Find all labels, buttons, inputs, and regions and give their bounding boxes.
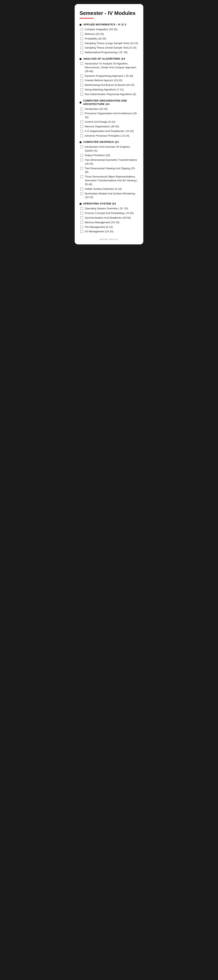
section-computer-org: COMPUTER ORGANISATION AND ARCHITECTURE @… <box>80 99 138 138</box>
item-text: Sampling Theory (Small Sample Test) (5-1… <box>85 46 136 50</box>
section-header-computer-graphics: COMPUTER GRAPHICS @4 <box>80 140 138 144</box>
list-item: Advance Processor Principles ( 10-15) <box>80 134 138 138</box>
item-text: Complex Integration (20-25) <box>85 28 117 32</box>
item-text: Process Concept And Scheduling ( 15-25) <box>85 212 134 215</box>
checkbox[interactable] <box>80 145 83 148</box>
list-item: I/O Management (10-15) <box>80 230 138 234</box>
section-dot <box>80 58 82 60</box>
section-title: COMPUTER ORGANISATION AND ARCHITECTURE @… <box>83 99 138 106</box>
item-text: Mathematical Programming ( 25- 30) <box>85 51 128 54</box>
checkbox[interactable] <box>80 134 83 137</box>
checkbox[interactable] <box>80 88 83 91</box>
item-text: Non-Deterministic Polynomial Algorithms … <box>85 92 136 96</box>
section-dot <box>80 141 82 143</box>
item-text: File Management (5-10) <box>85 225 113 229</box>
checkbox[interactable] <box>80 154 83 157</box>
list-item: Mathematical Programming ( 25- 30) <box>80 51 138 54</box>
footer-text: NEVER SETTLE <box>80 239 138 240</box>
item-text: Illumination Models And Surface Renderin… <box>85 192 138 199</box>
checkbox[interactable] <box>80 125 83 128</box>
list-item: Matrices (20-25) <box>80 32 138 36</box>
section-header-computer-org: COMPUTER ORGANISATION AND ARCHITECTURE @… <box>80 99 138 106</box>
list-item: Complex Integration (20-25) <box>80 28 138 32</box>
item-text: I/O Management (10-15) <box>85 230 114 234</box>
item-text: Control Unit Design (5-10) <box>85 120 115 124</box>
list-item: Sampling Theory (Small Sample Test) (5-1… <box>80 46 138 50</box>
title-underline <box>80 18 94 19</box>
section-applied-math: APPLIED MATHEMATICS - IV @ 5Complex Inte… <box>80 23 138 54</box>
section-dot <box>80 203 82 205</box>
list-item: Two Dimensional Viewing And Clipping (25… <box>80 167 138 174</box>
checkbox[interactable] <box>80 130 83 132</box>
item-text: Dynamic Programming Approach ( 25-30) <box>85 74 133 78</box>
list-item: Non-Deterministic Polynomial Algorithms … <box>80 92 138 96</box>
item-text: Introduction To Analysis Of Algorithm, R… <box>85 62 138 73</box>
item-text: Sampling Theory (Large Sample Test) (10-… <box>85 41 138 45</box>
item-text: String Matching Algorithms (7-12) <box>85 88 124 92</box>
checkbox[interactable] <box>80 188 83 190</box>
section-title: OPERATING SYSTEM @4 <box>83 202 116 205</box>
checkbox[interactable] <box>80 112 83 115</box>
list-item: String Matching Algorithms (7-12) <box>80 88 138 92</box>
list-item: Process Concept And Scheduling ( 15-25) <box>80 212 138 215</box>
checkbox[interactable] <box>80 62 83 65</box>
item-text: Output Primitives (20) <box>85 154 110 158</box>
item-text: Synchronization And Deadlocks (40-50) <box>85 216 131 220</box>
item-text: Backtracking And Branch-&-Bound (20-25) <box>85 83 135 87</box>
item-text: Introduction (20-25) <box>85 107 107 111</box>
checkbox[interactable] <box>80 28 83 31</box>
list-item: Control Unit Design (5-10) <box>80 120 138 124</box>
checkbox[interactable] <box>80 84 83 86</box>
item-text: Two Dimensional Geometric Transformation… <box>85 158 138 166</box>
list-item: Operating System Overview ( 15- 20) <box>80 207 138 210</box>
checkbox[interactable] <box>80 207 83 210</box>
checkbox[interactable] <box>80 159 83 161</box>
list-item: Dynamic Programming Approach ( 25-30) <box>80 74 138 78</box>
item-text: Introduction And Overview Of Graphics Sy… <box>85 145 138 153</box>
list-item: Probability (20-25) <box>80 37 138 41</box>
checkbox[interactable] <box>80 175 83 178</box>
item-text: Greedy Method Approch (15-20) <box>85 79 122 83</box>
page-title: Semester - IV Modules <box>80 10 138 16</box>
item-text: Memory Management (15-25) <box>85 221 120 224</box>
list-item: Visible Surface Detection (5-10) <box>80 187 138 191</box>
checkbox[interactable] <box>80 79 83 82</box>
checkbox[interactable] <box>80 75 83 77</box>
section-title: COMPUTER GRAPHICS @4 <box>83 140 119 144</box>
list-item: File Management (5-10) <box>80 225 138 229</box>
checkbox[interactable] <box>80 37 83 40</box>
section-header-operating-system: OPERATING SYSTEM @4 <box>80 202 138 205</box>
section-title: APPLIED MATHEMATICS - IV @ 5 <box>83 23 126 26</box>
checkbox[interactable] <box>80 226 83 229</box>
list-item: Memory Management (15-25) <box>80 221 138 224</box>
section-dot <box>80 102 82 103</box>
checkbox[interactable] <box>80 212 83 215</box>
item-text: Matrices (20-25) <box>85 32 104 36</box>
checkbox[interactable] <box>80 108 83 110</box>
item-text: Probability (20-25) <box>85 37 106 41</box>
item-text: Visible Surface Detection (5-10) <box>85 187 122 191</box>
item-text: Processor Organisation And Architecture … <box>85 111 138 119</box>
section-header-applied-math: APPLIED MATHEMATICS - IV @ 5 <box>80 23 138 26</box>
checkbox[interactable] <box>80 167 83 170</box>
list-item: Sampling Theory (Large Sample Test) (10-… <box>80 41 138 45</box>
list-item: Introduction And Overview Of Graphics Sy… <box>80 145 138 153</box>
item-text: I/ O Organisation And Peripherals ( 20-2… <box>85 129 134 133</box>
checkbox[interactable] <box>80 192 83 195</box>
checkbox[interactable] <box>80 121 83 123</box>
checkbox[interactable] <box>80 230 83 233</box>
section-header-analysis-algorithms: ANALYSIS OF ALGORITHMS @4 <box>80 57 138 60</box>
checkbox[interactable] <box>80 42 83 45</box>
section-operating-system: OPERATING SYSTEM @4 Operating System Ove… <box>80 202 138 234</box>
checkbox[interactable] <box>80 221 83 224</box>
checkbox[interactable] <box>80 46 83 49</box>
item-text: Three Dimensional Object Representations… <box>85 175 138 186</box>
checkbox[interactable] <box>80 216 83 219</box>
list-item: Memory Organisation (30-35) <box>80 125 138 129</box>
item-text: Operating System Overview ( 15- 20) <box>85 207 128 210</box>
checkbox[interactable] <box>80 51 83 54</box>
list-item: Three Dimensional Object Representations… <box>80 175 138 186</box>
checkbox[interactable] <box>80 93 83 96</box>
checkbox[interactable] <box>80 33 83 35</box>
list-item: Introduction (20-25) <box>80 107 138 111</box>
